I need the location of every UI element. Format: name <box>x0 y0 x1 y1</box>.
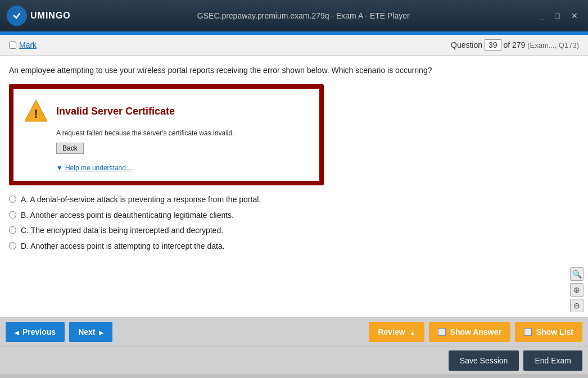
zoom-controls: 🔍 ⊕ ⊖ <box>570 267 584 312</box>
titlebar: UMINGO GSEC.prepaway.premium.exam.279q -… <box>0 0 588 31</box>
option-a-radio[interactable] <box>9 195 16 203</box>
zoom-out-button[interactable]: ⊖ <box>570 299 584 312</box>
navigation-bar: Previous Next Review Show Answer Show Li… <box>0 317 588 347</box>
option-a-label: A. A denial-of-service attack is prevent… <box>21 194 261 206</box>
show-list-checkbox <box>524 328 532 336</box>
error-title: Invalid Server Certificate <box>56 106 175 117</box>
option-d-label: D. Another access point is attempting to… <box>21 241 225 252</box>
window-title: GSEC.prepaway.premium.exam.279q - Exam A… <box>71 11 536 20</box>
save-session-button[interactable]: Save Session <box>449 350 519 371</box>
option-b[interactable]: B. Another access point is deauthenticat… <box>9 210 579 221</box>
error-description: A request failed because the server's ce… <box>22 129 310 137</box>
option-b-label: B. Another access point is deauthenticat… <box>21 210 234 221</box>
option-c-radio[interactable] <box>9 226 16 234</box>
warning-icon: ! <box>22 98 49 125</box>
show-answer-checkbox <box>438 328 446 336</box>
previous-button[interactable]: Previous <box>6 322 65 342</box>
help-arrow-icon: ▼ <box>56 164 63 172</box>
svg-text:!: ! <box>34 107 38 121</box>
zoom-search-button[interactable]: 🔍 <box>570 267 584 281</box>
question-ref: (Exam..., Q173) <box>527 41 579 49</box>
previous-label: Previous <box>22 327 56 336</box>
chevron-right-icon <box>99 327 103 336</box>
window-controls[interactable]: _ □ ✕ <box>536 10 581 21</box>
show-list-button[interactable]: Show List <box>515 322 582 342</box>
mark-checkbox[interactable]: Mark <box>9 40 37 49</box>
error-dialog: ! Invalid Server Certificate A request f… <box>13 89 319 181</box>
option-a[interactable]: A. A denial-of-service attack is prevent… <box>9 194 579 206</box>
option-c-label: C. The encrypted data is being intercept… <box>21 225 223 236</box>
main-content: An employee attempting to use your wirel… <box>0 56 588 317</box>
zoom-in-button[interactable]: ⊕ <box>570 283 584 297</box>
review-button[interactable]: Review <box>369 322 424 342</box>
review-dropdown-icon <box>410 327 415 336</box>
option-c[interactable]: C. The encrypted data is being intercept… <box>9 225 579 236</box>
end-exam-button[interactable]: End Exam <box>523 350 582 371</box>
action-bar: Save Session End Exam <box>0 347 588 374</box>
next-button[interactable]: Next <box>69 322 112 342</box>
close-button[interactable]: ✕ <box>568 10 581 21</box>
question-text: An employee attempting to use your wirel… <box>9 65 579 76</box>
option-d-radio[interactable] <box>9 242 16 249</box>
answer-options: A. A denial-of-service attack is prevent… <box>9 194 579 252</box>
question-label: Question <box>451 40 482 49</box>
mark-checkbox-input[interactable] <box>9 42 16 49</box>
question-total: of 279 <box>503 40 525 49</box>
question-number: 39 <box>485 39 501 51</box>
show-answer-button[interactable]: Show Answer <box>429 322 510 342</box>
mark-label: Mark <box>19 40 37 49</box>
logo-text: UMINGO <box>30 11 71 21</box>
logo: UMINGO <box>7 6 71 26</box>
minimize-button[interactable]: _ <box>536 10 548 21</box>
show-list-label: Show List <box>536 327 573 336</box>
help-link[interactable]: ▼ Help me understand... <box>56 164 310 172</box>
error-header: ! Invalid Server Certificate <box>22 98 310 125</box>
show-answer-label: Show Answer <box>450 327 501 336</box>
next-label: Next <box>78 327 95 336</box>
option-d[interactable]: D. Another access point is attempting to… <box>9 241 579 252</box>
help-link-text: Help me understand... <box>65 164 132 172</box>
svg-point-0 <box>11 10 22 21</box>
review-label: Review <box>378 327 405 336</box>
back-button[interactable]: Back <box>56 143 84 154</box>
error-screenshot: ! Invalid Server Certificate A request f… <box>9 84 324 185</box>
chevron-left-icon <box>15 327 19 336</box>
logo-icon <box>7 6 27 26</box>
question-info: Question 39 of 279 (Exam..., Q173) <box>451 39 579 51</box>
option-b-radio[interactable] <box>9 211 16 218</box>
question-header: Mark Question 39 of 279 (Exam..., Q173) <box>0 35 588 56</box>
maximize-button[interactable]: □ <box>552 10 563 21</box>
